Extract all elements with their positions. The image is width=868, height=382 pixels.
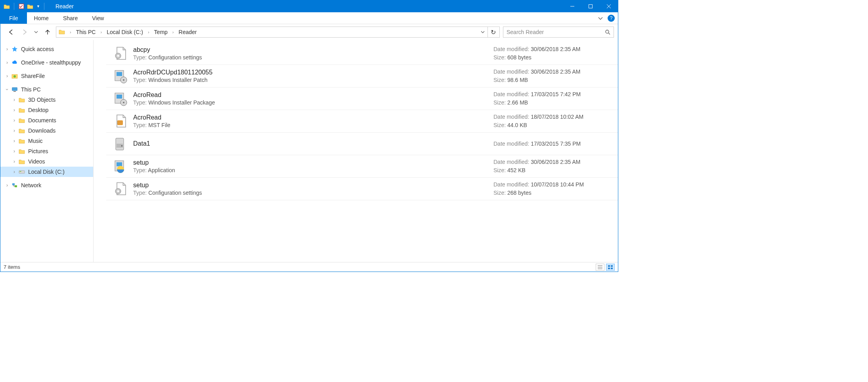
file-row[interactable]: AcroRdrDCUpd1801120055Type: Windows Inst… xyxy=(106,65,618,87)
file-size: 268 bytes xyxy=(507,190,532,196)
navigation-bar: › This PC › Local Disk (C:) › Temp › Rea… xyxy=(0,24,618,40)
chevron-right-icon[interactable]: › xyxy=(170,30,176,34)
up-button[interactable] xyxy=(42,27,53,37)
chevron-right-icon[interactable]: › xyxy=(11,169,17,175)
file-row[interactable]: setupType: Configuration settingsDate mo… xyxy=(106,178,618,200)
breadcrumb-temp[interactable]: Temp xyxy=(153,29,168,35)
file-list[interactable]: abcpyType: Configuration settingsDate mo… xyxy=(94,40,618,262)
qat-newfolder-icon[interactable] xyxy=(27,3,33,10)
tree-this-pc[interactable]: › This PC xyxy=(0,84,93,95)
tree-label: Quick access xyxy=(21,46,54,52)
file-date: 30/06/2018 2:35 AM xyxy=(531,159,580,165)
chevron-right-icon[interactable]: › xyxy=(11,159,17,164)
chevron-right-icon[interactable]: › xyxy=(4,60,10,65)
file-date: 17/03/2015 7:35 PM xyxy=(531,141,581,147)
tree-item[interactable]: ›Downloads xyxy=(0,125,93,136)
tree-onedrive[interactable]: › OneDrive - stealthpuppy xyxy=(0,57,93,68)
file-row[interactable]: Data1Date modified: 17/03/2015 7:35 PM xyxy=(106,133,618,155)
file-name: setup xyxy=(133,182,493,189)
qat-dropdown-icon[interactable]: ▼ xyxy=(36,4,40,8)
chevron-right-icon[interactable]: › xyxy=(98,30,104,34)
address-history-icon[interactable] xyxy=(478,30,488,34)
chevron-right-icon[interactable]: › xyxy=(4,73,10,79)
svg-rect-30 xyxy=(611,265,613,267)
tree-item[interactable]: ›3D Objects xyxy=(0,95,93,105)
file-name: setup xyxy=(133,159,493,166)
tree-item[interactable]: ›Local Disk (C:) xyxy=(0,167,93,177)
tree-quick-access[interactable]: › Quick access xyxy=(0,44,93,54)
address-bar[interactable]: › This PC › Local Disk (C:) › Temp › Rea… xyxy=(56,27,500,38)
breadcrumb-reader[interactable]: Reader xyxy=(178,29,198,35)
file-date: 30/06/2018 2:35 AM xyxy=(531,46,580,52)
type-label: Type: xyxy=(133,122,148,128)
breadcrumb-local-disk[interactable]: Local Disk (C:) xyxy=(106,29,144,35)
back-button[interactable] xyxy=(6,27,16,37)
status-item-count: 7 items xyxy=(4,264,20,270)
title-bar[interactable]: ▼ Reader xyxy=(0,0,618,12)
search-box[interactable]: Search Reader xyxy=(503,27,614,38)
tree-sharefile[interactable]: › ShareFile xyxy=(0,71,93,81)
file-name: AcroRead xyxy=(133,91,493,99)
tree-label: Music xyxy=(28,138,43,144)
search-icon[interactable] xyxy=(605,29,610,35)
ribbon-tab-share[interactable]: Share xyxy=(56,12,85,24)
chevron-right-icon[interactable]: › xyxy=(11,148,17,154)
file-name: Data1 xyxy=(133,140,493,147)
view-details-button[interactable] xyxy=(596,264,604,271)
chevron-right-icon[interactable]: › xyxy=(11,107,17,113)
breadcrumb-this-pc[interactable]: This PC xyxy=(75,29,97,35)
chevron-right-icon[interactable]: › xyxy=(11,97,17,103)
view-tiles-button[interactable] xyxy=(606,264,615,271)
file-type: Configuration settings xyxy=(148,190,202,196)
ribbon-collapse-icon[interactable] xyxy=(597,15,604,21)
tree-item[interactable]: ›Pictures xyxy=(0,146,93,156)
tree-label: Downloads xyxy=(28,127,55,134)
size-label: Size: xyxy=(493,77,507,83)
file-row[interactable]: abcpyType: Configuration settingsDate mo… xyxy=(106,42,618,65)
chevron-right-icon[interactable]: › xyxy=(11,118,17,123)
tree-label: Documents xyxy=(28,117,56,124)
tree-label: This PC xyxy=(21,86,41,93)
svg-rect-18 xyxy=(117,95,122,99)
svg-rect-26 xyxy=(117,162,122,166)
file-size: 44.0 KB xyxy=(507,122,527,128)
svg-point-10 xyxy=(606,30,609,33)
type-label: Type: xyxy=(133,167,148,173)
ribbon-tab-file[interactable]: File xyxy=(0,12,27,24)
file-row[interactable]: AcroReadType: Windows Installer PackageD… xyxy=(106,87,618,110)
refresh-button[interactable]: ↻ xyxy=(488,27,499,37)
help-icon[interactable]: ? xyxy=(608,15,615,22)
ribbon-tab-view[interactable]: View xyxy=(85,12,111,24)
qat-properties-icon[interactable] xyxy=(18,3,25,10)
search-placeholder: Search Reader xyxy=(507,29,544,35)
separator xyxy=(44,3,44,10)
explorer-window: ▼ Reader File Home Share View ? › This P… xyxy=(0,0,618,272)
chevron-right-icon[interactable]: › xyxy=(11,138,17,144)
chevron-right-icon[interactable]: › xyxy=(4,46,10,52)
maximize-button[interactable] xyxy=(581,0,600,12)
forward-button[interactable] xyxy=(19,27,30,37)
recent-locations-icon[interactable] xyxy=(34,30,38,34)
close-button[interactable] xyxy=(600,0,618,12)
tree-item[interactable]: ›Music xyxy=(0,136,93,146)
tree-item[interactable]: ›Videos xyxy=(0,156,93,167)
ribbon-tab-home[interactable]: Home xyxy=(27,12,56,24)
tree-label: Desktop xyxy=(28,107,48,113)
folder-icon xyxy=(19,97,27,103)
file-size: 98.6 MB xyxy=(507,77,528,83)
chevron-right-icon[interactable]: › xyxy=(4,182,10,188)
file-name: AcroRdrDCUpd1801120055 xyxy=(133,69,493,76)
tree-item[interactable]: ›Documents xyxy=(0,115,93,125)
file-row[interactable]: setupType: ApplicationDate modified: 30/… xyxy=(106,155,618,178)
minimize-button[interactable] xyxy=(563,0,581,12)
chevron-right-icon[interactable]: › xyxy=(145,30,152,34)
file-row[interactable]: AcroReadType: MST FileDate modified: 18/… xyxy=(106,110,618,133)
tree-network[interactable]: › Network xyxy=(0,180,93,190)
navigation-tree: › Quick access › OneDrive - stealthpuppy… xyxy=(0,40,94,262)
chevron-right-icon[interactable]: › xyxy=(67,30,74,34)
chevron-down-icon[interactable]: › xyxy=(4,87,10,92)
svg-rect-21 xyxy=(117,120,123,125)
tree-label: Videos xyxy=(28,158,45,165)
chevron-right-icon[interactable]: › xyxy=(11,128,17,133)
tree-item[interactable]: ›Desktop xyxy=(0,105,93,115)
